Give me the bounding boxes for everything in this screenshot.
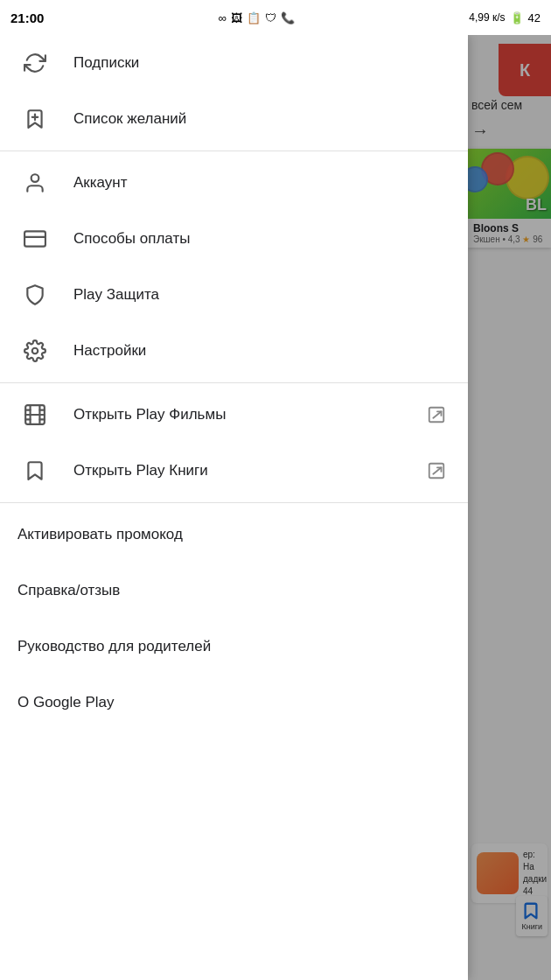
about-label: О Google Play — [17, 694, 115, 711]
svg-rect-3 — [24, 231, 45, 246]
drawer-item-play-protect[interactable]: Play Защита — [0, 267, 468, 323]
phone-icon: 📞 — [281, 11, 295, 24]
infinity-icon: ∞ — [219, 11, 227, 24]
clipboard-icon: 📋 — [247, 11, 261, 24]
drawer-item-about[interactable]: О Google Play — [0, 675, 468, 731]
svg-line-15 — [433, 411, 441, 417]
drawer-item-help[interactable]: Справка/отзыв — [0, 563, 468, 619]
status-time: 21:00 — [10, 10, 44, 25]
battery-level: 42 — [528, 11, 541, 24]
svg-point-2 — [31, 174, 39, 182]
book-icon — [17, 453, 52, 488]
account-label: Аккаунт — [73, 174, 450, 192]
svg-line-17 — [433, 467, 441, 473]
play-movies-label: Открыть Play Фильмы — [73, 406, 422, 424]
drawer-item-play-movies[interactable]: Открыть Play Фильмы — [0, 387, 468, 443]
drawer: Подписки Список желаний Аккаунт — [0, 35, 468, 980]
battery-icon: 🔋 — [510, 11, 524, 24]
drawer-item-subscriptions[interactable]: Подписки — [0, 35, 468, 91]
payment-label: Способы оплаты — [73, 230, 450, 248]
image-icon: 🖼 — [231, 11, 242, 24]
film-icon — [17, 397, 52, 432]
external-link-movies-icon — [422, 401, 450, 429]
network-speed: 4,99 к/s — [469, 11, 505, 24]
promo-label: Активировать промокод — [17, 526, 183, 543]
settings-label: Настройки — [73, 342, 450, 360]
svg-point-5 — [32, 348, 38, 354]
settings-icon — [17, 333, 52, 368]
shield-status-icon: 🛡 — [265, 11, 276, 24]
divider-2 — [0, 382, 468, 383]
play-books-label: Открыть Play Книги — [73, 462, 422, 480]
drawer-item-parental[interactable]: Руководство для родителей — [0, 619, 468, 675]
divider-1 — [0, 150, 468, 151]
status-icons: ∞ 🖼 📋 🛡 📞 — [219, 11, 295, 24]
bookmark-add-icon — [17, 102, 52, 136]
drawer-item-wishlist[interactable]: Список желаний — [0, 91, 468, 147]
main-layout: Подписки Список желаний Аккаунт — [0, 35, 551, 980]
person-icon — [17, 165, 52, 200]
wishlist-label: Список желаний — [73, 110, 450, 128]
subscriptions-label: Подписки — [73, 54, 450, 72]
status-right-icons: 4,99 к/s 🔋 42 — [469, 11, 541, 24]
play-protect-label: Play Защита — [73, 286, 450, 304]
divider-3 — [0, 502, 468, 503]
help-label: Справка/отзыв — [17, 582, 120, 599]
drawer-overlay[interactable] — [468, 35, 551, 980]
drawer-item-account[interactable]: Аккаунт — [0, 155, 468, 211]
right-panel: К всей сем → BL Bloons S Экшен — [468, 35, 551, 980]
status-bar: 21:00 ∞ 🖼 📋 🛡 📞 4,99 к/s 🔋 42 — [0, 0, 551, 35]
payment-icon — [17, 221, 52, 256]
shield-icon — [17, 277, 52, 312]
drawer-item-settings[interactable]: Настройки — [0, 323, 468, 379]
drawer-item-play-books[interactable]: Открыть Play Книги — [0, 443, 468, 499]
drawer-item-payment[interactable]: Способы оплаты — [0, 211, 468, 267]
external-link-books-icon — [422, 457, 450, 485]
drawer-item-promo[interactable]: Активировать промокод — [0, 507, 468, 563]
refresh-icon — [17, 46, 52, 80]
parental-label: Руководство для родителей — [17, 638, 211, 655]
